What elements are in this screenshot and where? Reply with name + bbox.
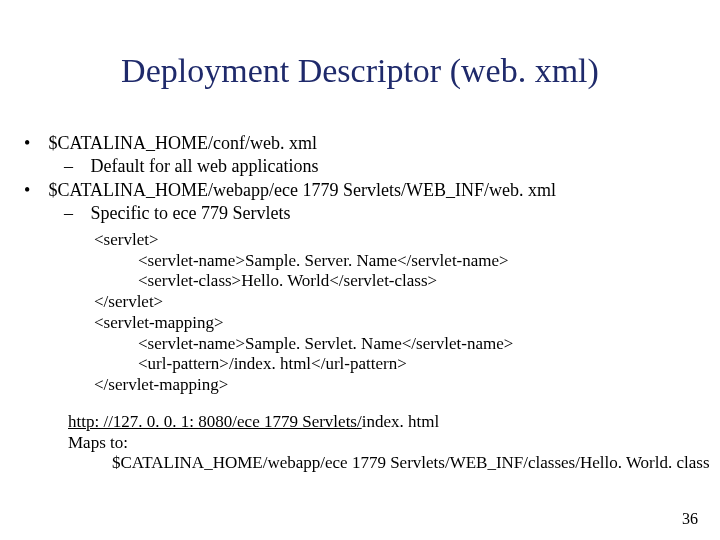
slide-title: Deployment Descriptor (web. xml) (0, 52, 720, 90)
bullet-item: $CATALINA_HOME/conf/web. xml Default for… (24, 132, 714, 177)
example-url-link[interactable]: http: //127. 0. 0. 1: 8080/ece 1779 Serv… (68, 412, 362, 431)
sub-item: Specific to ece 779 Servlets (64, 202, 714, 225)
sub-text: Specific to ece 779 Servlets (91, 203, 291, 223)
example-url-line: http: //127. 0. 0. 1: 8080/ece 1779 Serv… (68, 412, 714, 433)
sub-text: Default for all web applications (91, 156, 319, 176)
code-line: <servlet-name>Sample. Servlet. Name</ser… (94, 334, 714, 355)
slide: Deployment Descriptor (web. xml) $CATALI… (0, 0, 720, 540)
example-url-suffix: index. html (362, 412, 439, 431)
code-line: <servlet-mapping> (94, 313, 714, 334)
code-line: </servlet> (94, 292, 714, 313)
tail-block: http: //127. 0. 0. 1: 8080/ece 1779 Serv… (24, 412, 714, 474)
sub-item: Default for all web applications (64, 155, 714, 178)
maps-to-label: Maps to: (68, 433, 714, 454)
code-line: <servlet-name>Sample. Server. Name</serv… (94, 251, 714, 272)
code-line: <url-pattern>/index. html</url-pattern> (94, 354, 714, 375)
sub-list: Default for all web applications (24, 155, 714, 178)
xml-snippet: <servlet> <servlet-name>Sample. Server. … (24, 230, 714, 396)
code-line: <servlet-class>Hello. World</servlet-cla… (94, 271, 714, 292)
code-line: <servlet> (94, 230, 714, 251)
bullet-list: $CATALINA_HOME/conf/web. xml Default for… (24, 132, 714, 224)
bullet-text: $CATALINA_HOME/conf/web. xml (49, 133, 318, 153)
slide-body: $CATALINA_HOME/conf/web. xml Default for… (24, 132, 714, 474)
code-line: </servlet-mapping> (94, 375, 714, 396)
sub-list: Specific to ece 779 Servlets (24, 202, 714, 225)
maps-to-value: $CATALINA_HOME/webapp/ece 1779 Servlets/… (68, 453, 714, 474)
page-number: 36 (682, 510, 698, 528)
bullet-text: $CATALINA_HOME/webapp/ece 1779 Servlets/… (49, 180, 556, 200)
bullet-item: $CATALINA_HOME/webapp/ece 1779 Servlets/… (24, 179, 714, 224)
